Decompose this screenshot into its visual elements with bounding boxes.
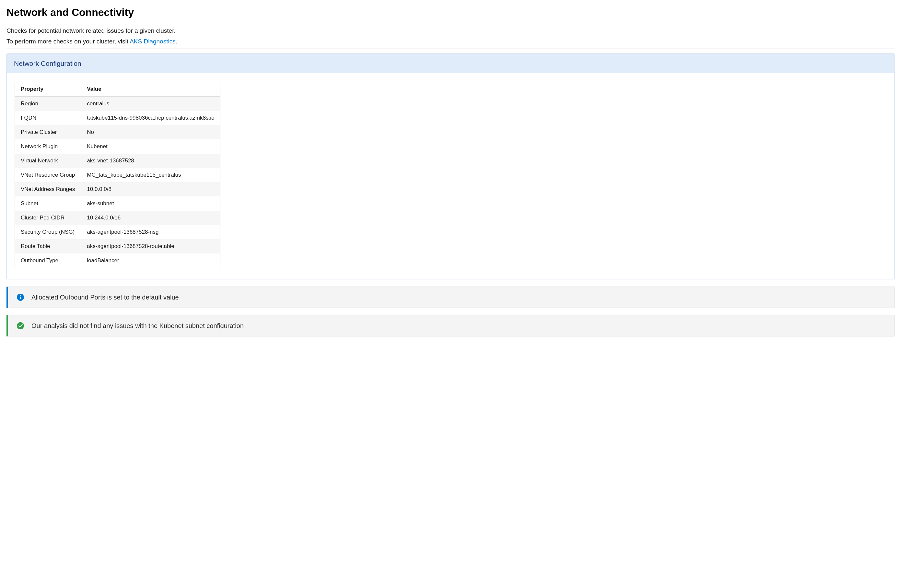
table-cell-value: aks-subnet [81, 197, 220, 211]
table-row: Security Group (NSG)aks-agentpool-136875… [15, 225, 220, 239]
table-row: Network PluginKubenet [15, 139, 220, 154]
aks-diagnostics-link[interactable]: AKS Diagnostics [129, 38, 176, 45]
network-config-table: Property Value RegioncentralusFQDNtatsku… [15, 82, 220, 268]
table-cell-value: loadBalancer [81, 253, 220, 268]
check-circle-icon [17, 322, 24, 330]
table-header-row: Property Value [15, 82, 220, 97]
svg-point-2 [20, 295, 21, 296]
table-cell-property: VNet Resource Group [15, 168, 81, 182]
table-cell-property: Subnet [15, 197, 81, 211]
table-row: Private ClusterNo [15, 125, 220, 139]
table-cell-property: Virtual Network [15, 154, 81, 168]
alert-message: Our analysis did not find any issues wit… [31, 322, 244, 330]
intro-divider [6, 48, 895, 49]
table-row: FQDNtatskube115-dns-998036ca.hcp.central… [15, 111, 220, 125]
table-cell-value: MC_tats_kube_tatskube115_centralus [81, 168, 220, 182]
table-cell-value: centralus [81, 97, 220, 111]
panel-body: Property Value RegioncentralusFQDNtatsku… [7, 73, 894, 279]
table-row: Outbound TypeloadBalancer [15, 253, 220, 268]
svg-point-3 [17, 322, 24, 329]
table-cell-value: aks-vnet-13687528 [81, 154, 220, 168]
table-row: VNet Resource GroupMC_tats_kube_tatskube… [15, 168, 220, 182]
intro-line-2: To perform more checks on your cluster, … [6, 37, 895, 46]
table-cell-property: Route Table [15, 239, 81, 253]
table-cell-value: 10.0.0.0/8 [81, 182, 220, 197]
table-cell-value: aks-agentpool-13687528-routetable [81, 239, 220, 253]
intro-line-1: Checks for potential network related iss… [6, 26, 895, 36]
table-cell-value: tatskube115-dns-998036ca.hcp.centralus.a… [81, 111, 220, 125]
table-cell-property: Security Group (NSG) [15, 225, 81, 239]
page-title: Network and Connectivity [6, 6, 895, 19]
table-row: Cluster Pod CIDR10.244.0.0/16 [15, 211, 220, 225]
alert-info: Allocated Outbound Ports is set to the d… [6, 287, 895, 308]
table-cell-property: Network Plugin [15, 139, 81, 154]
svg-rect-1 [20, 296, 21, 299]
table-cell-property: Region [15, 97, 81, 111]
table-cell-property: Cluster Pod CIDR [15, 211, 81, 225]
table-row: Route Tableaks-agentpool-13687528-routet… [15, 239, 220, 253]
intro-text-suffix: . [176, 38, 177, 45]
table-cell-property: VNet Address Ranges [15, 182, 81, 197]
table-cell-value: Kubenet [81, 139, 220, 154]
table-col-value: Value [81, 82, 220, 97]
table-row: VNet Address Ranges10.0.0.0/8 [15, 182, 220, 197]
table-cell-value: 10.244.0.0/16 [81, 211, 220, 225]
table-col-property: Property [15, 82, 81, 97]
table-cell-value: aks-agentpool-13687528-nsg [81, 225, 220, 239]
network-configuration-panel: Network Configuration Property Value Reg… [6, 53, 895, 279]
table-row: Subnetaks-subnet [15, 197, 220, 211]
table-cell-property: FQDN [15, 111, 81, 125]
table-row: Regioncentralus [15, 97, 220, 111]
alert-success: Our analysis did not find any issues wit… [6, 315, 895, 337]
table-cell-value: No [81, 125, 220, 139]
table-cell-property: Private Cluster [15, 125, 81, 139]
panel-header: Network Configuration [7, 54, 894, 73]
intro-text-prefix: To perform more checks on your cluster, … [6, 38, 129, 45]
alert-message: Allocated Outbound Ports is set to the d… [31, 294, 179, 301]
info-icon [17, 293, 24, 301]
table-cell-property: Outbound Type [15, 253, 81, 268]
table-row: Virtual Networkaks-vnet-13687528 [15, 154, 220, 168]
